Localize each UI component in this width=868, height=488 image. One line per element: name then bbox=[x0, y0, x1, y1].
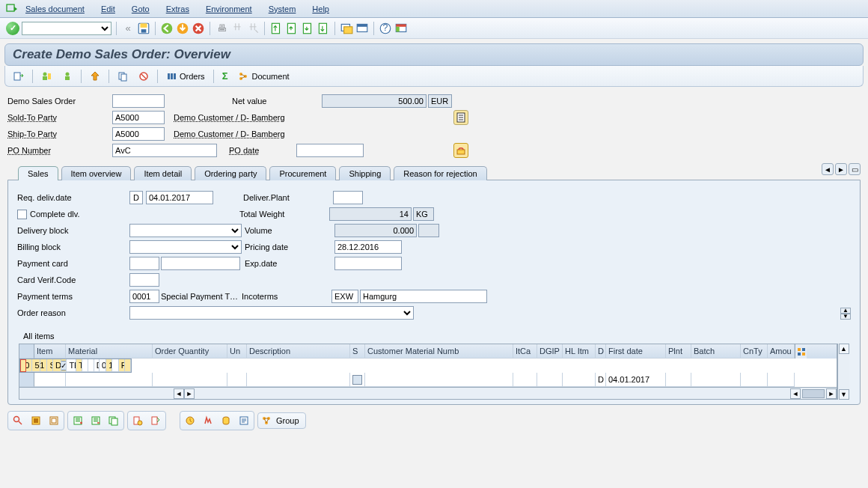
col-amount[interactable]: Amou bbox=[768, 344, 795, 359]
back-ball-icon[interactable] bbox=[160, 22, 174, 35]
costing-button[interactable] bbox=[218, 413, 234, 428]
cell-cust-mat[interactable]: TEST-123 bbox=[67, 359, 76, 372]
cell-desc[interactable]: Demo Customer Mater… bbox=[53, 359, 61, 372]
enter-icon[interactable]: ✓ bbox=[6, 22, 19, 35]
col-dgip[interactable]: DGIP bbox=[537, 344, 563, 359]
sold-to-label[interactable]: Sold-To Party bbox=[7, 113, 112, 122]
menu-help[interactable]: Help bbox=[312, 4, 329, 13]
new-session-icon[interactable] bbox=[340, 22, 353, 35]
cell-cnty[interactable] bbox=[741, 373, 768, 387]
cell-cnty[interactable]: PR00 bbox=[119, 359, 125, 372]
cell-hl[interactable] bbox=[88, 359, 94, 372]
tab-list-icon[interactable]: ▭ bbox=[849, 163, 861, 175]
col-batch[interactable]: Batch bbox=[691, 344, 741, 359]
req-deliv-date-input[interactable] bbox=[146, 191, 213, 204]
document-list-icon[interactable] bbox=[453, 110, 468, 125]
cell-qty[interactable] bbox=[153, 373, 227, 387]
menu-edit[interactable]: Edit bbox=[101, 4, 115, 13]
exp-date-input[interactable] bbox=[334, 257, 402, 270]
col-desc[interactable]: Description bbox=[247, 344, 350, 359]
cell-itca[interactable] bbox=[513, 373, 537, 387]
col-plnt[interactable]: Plnt bbox=[666, 344, 691, 359]
hscroll-right2-icon[interactable]: ► bbox=[826, 388, 837, 399]
po-date-label[interactable]: PO date bbox=[229, 146, 296, 155]
command-field[interactable] bbox=[22, 22, 111, 35]
ship-to-name[interactable]: Demo Customer / D- Bamberg bbox=[174, 129, 285, 138]
po-date-input[interactable] bbox=[296, 144, 364, 157]
vscroll[interactable]: ▲ ▼ bbox=[837, 344, 849, 400]
cell-itca[interactable]: TAN bbox=[76, 359, 82, 372]
cell-un[interactable] bbox=[227, 373, 247, 387]
schedule-lines-button[interactable] bbox=[182, 413, 198, 428]
deliv-plant-input[interactable] bbox=[333, 191, 363, 204]
table-row[interactable]: D 04.01.2017 bbox=[19, 373, 837, 387]
cell-item[interactable]: 10 bbox=[26, 359, 32, 372]
back-icon[interactable]: « bbox=[121, 22, 135, 35]
tab-procurement[interactable]: Procurement bbox=[269, 166, 336, 180]
layout-icon[interactable] bbox=[394, 22, 408, 35]
cell-qty[interactable]: 1 bbox=[40, 359, 48, 372]
cell-desc[interactable] bbox=[247, 373, 350, 387]
cell-item[interactable] bbox=[34, 373, 66, 387]
cell-first[interactable]: 04.01.2017 bbox=[100, 359, 106, 372]
hscroll[interactable]: ◄ ► ◄ ► bbox=[19, 387, 837, 399]
cell-plnt[interactable] bbox=[666, 373, 691, 387]
insert-row-button[interactable] bbox=[70, 413, 86, 428]
fast-change-button[interactable] bbox=[147, 413, 164, 428]
tab-item-detail[interactable]: Item detail bbox=[134, 166, 192, 180]
row-selector-header[interactable] bbox=[19, 344, 34, 359]
propose-items-button[interactable] bbox=[129, 413, 146, 428]
help-icon[interactable]: ? bbox=[379, 22, 392, 35]
pricing-date-input[interactable] bbox=[334, 240, 402, 254]
vscroll-up-icon[interactable]: ▲ bbox=[839, 344, 849, 354]
cell-batch[interactable] bbox=[691, 373, 741, 387]
cell-material[interactable]: 50065670 bbox=[32, 359, 40, 372]
col-first[interactable]: First date bbox=[606, 344, 666, 359]
hscroll-thumb[interactable] bbox=[802, 389, 825, 398]
tab-scroll-left-icon[interactable]: ◄ bbox=[822, 163, 834, 175]
tab-sales[interactable]: Sales bbox=[18, 166, 58, 180]
sum-button[interactable]: Σ bbox=[218, 69, 232, 84]
col-cust-mat[interactable]: Customer Material Numb bbox=[365, 344, 513, 359]
delete-row-button[interactable] bbox=[88, 413, 104, 428]
sold-to-name[interactable]: Demo Customer / D- Bamberg bbox=[174, 113, 285, 122]
demo-order-input[interactable] bbox=[112, 94, 165, 108]
reject-button[interactable] bbox=[135, 69, 153, 84]
sold-to-input[interactable] bbox=[112, 111, 165, 124]
menu-environment[interactable]: Environment bbox=[206, 4, 252, 13]
select-all-button[interactable] bbox=[28, 413, 44, 428]
tab-scroll-right-icon[interactable]: ► bbox=[835, 163, 847, 175]
payment-card-num-input[interactable] bbox=[161, 257, 240, 270]
partner-button[interactable] bbox=[58, 69, 76, 84]
hscroll-left-icon[interactable]: ◄ bbox=[174, 388, 184, 399]
cell-d[interactable]: D bbox=[596, 373, 606, 387]
cancel-ball-icon[interactable] bbox=[192, 22, 205, 35]
table-config-icon[interactable] bbox=[795, 344, 807, 359]
card-verif-input[interactable] bbox=[129, 273, 159, 287]
tab-item-overview[interactable]: Item overview bbox=[61, 166, 132, 180]
duplicate-row-button[interactable] bbox=[106, 413, 122, 428]
cell-dgip[interactable] bbox=[537, 373, 563, 387]
col-cnty[interactable]: CnTy bbox=[741, 344, 768, 359]
menu-goto[interactable]: Goto bbox=[132, 4, 150, 13]
complete-dlv-checkbox[interactable] bbox=[17, 210, 27, 219]
cell-plnt[interactable]: 1200 bbox=[106, 359, 112, 372]
ship-to-label[interactable]: Ship-To Party bbox=[7, 129, 112, 138]
col-s[interactable]: S bbox=[350, 344, 365, 359]
form-scroll-down-icon[interactable]: ▼ bbox=[840, 314, 851, 320]
col-d[interactable]: D bbox=[596, 344, 606, 359]
cell-amount[interactable] bbox=[768, 373, 795, 387]
prev-page-icon[interactable] bbox=[285, 22, 299, 35]
po-number-input[interactable] bbox=[112, 144, 217, 157]
cell-cust-mat[interactable] bbox=[365, 373, 513, 387]
cell-material[interactable] bbox=[66, 373, 153, 387]
last-page-icon[interactable] bbox=[317, 22, 330, 35]
payment-terms-input[interactable] bbox=[129, 290, 159, 303]
vscroll-down-icon[interactable]: ▼ bbox=[839, 389, 849, 400]
cell-hl[interactable] bbox=[563, 373, 596, 387]
conditions-button[interactable] bbox=[200, 413, 216, 428]
tab-shipping[interactable]: Shipping bbox=[339, 166, 391, 180]
exit-ball-icon[interactable] bbox=[176, 22, 189, 35]
config-icon[interactable] bbox=[453, 143, 468, 158]
incoterms-location-input[interactable] bbox=[360, 290, 487, 303]
